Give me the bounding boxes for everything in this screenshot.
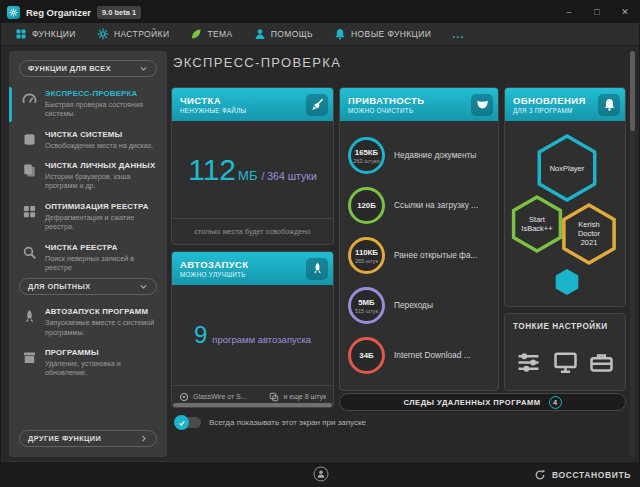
sidebar-item-text: АВТОЗАПУСК ПРОГРАММ Запускаемые вместе с… xyxy=(45,307,161,337)
fine-tuning-title: ТОНКИЕ НАСТРОЙКИ xyxy=(513,322,617,331)
titlebar: Reg Organizer 9.0 beta 1 – □ ✕ xyxy=(1,1,639,23)
vertical-scrollbar-thumb[interactable] xyxy=(630,51,635,131)
minimize-button[interactable]: – xyxy=(555,1,583,23)
monitor-gear-icon[interactable] xyxy=(553,350,578,375)
vertical-scrollbar[interactable] xyxy=(630,51,635,457)
maximize-button[interactable]: □ xyxy=(583,1,611,23)
documents-icon xyxy=(22,163,37,178)
restore-button[interactable]: ВОССТАНОВИТЬ xyxy=(534,462,631,487)
cleanup-size-value: 112 xyxy=(188,153,236,187)
privacy-row-internet-download[interactable]: 34Б Internet Download ... xyxy=(348,337,490,374)
sidebar-item-subtitle: Запускаемые вместе с системой программы. xyxy=(45,318,161,337)
hexagon-label: NoxPlayer xyxy=(550,164,585,173)
privacy-ring: 110КБ 265 штук xyxy=(348,237,385,274)
fine-tuning-icons xyxy=(513,341,617,384)
version-badge: 9.0 beta 1 xyxy=(97,6,141,19)
privacy-rows: 165КБ 263 штуки Недавние документы 120Б … xyxy=(340,121,498,390)
sidebar-item-express-check[interactable]: ЭКСПРЕСС-ПРОВЕРКА Быстрая проверка состо… xyxy=(9,84,167,125)
privacy-row-recently-opened-files[interactable]: 110КБ 265 штук Ранее открытые фа... xyxy=(348,237,490,274)
person-icon xyxy=(254,28,266,40)
privacy-label: Ранее открытые фа... xyxy=(394,250,477,260)
sidebar-item-private-data-cleanup[interactable]: ЧИСТКА ЛИЧНЫХ ДАННЫХ Истории браузеров, … xyxy=(9,156,167,197)
sidebar-item-subtitle: Истории браузеров, кэша программ и др. xyxy=(45,172,161,191)
ellipsis-icon: ... xyxy=(452,31,464,37)
close-button[interactable]: ✕ xyxy=(611,1,639,23)
gear-icon xyxy=(97,28,109,40)
menu-new-functions[interactable]: НОВЫЕ ФУНКЦИИ xyxy=(334,28,431,40)
autostart-label: программ автозапуска xyxy=(212,334,311,345)
sidebar-item-autostart-programs[interactable]: АВТОЗАПУСК ПРОГРАММ Запускаемые вместе с… xyxy=(9,302,167,343)
privacy-row-download-links[interactable]: 120Б Ссылки на загрузку ... xyxy=(348,187,490,224)
check-icon xyxy=(178,419,186,427)
grid-icon xyxy=(15,28,27,40)
sidebar-item-programs[interactable]: ПРОГРАММЫ Удаление, установка и обновлен… xyxy=(9,343,167,384)
sidebar-item-system-cleanup[interactable]: ЧИСТКА СИСТЕМЫ Освобождение места на дис… xyxy=(9,125,167,156)
card-subtitle: МОЖНО ОЧИСТИТЬ xyxy=(348,107,467,114)
privacy-ring: 34Б xyxy=(348,337,385,374)
sidebar-item-text: ЭКСПРЕСС-ПРОВЕРКА Быстрая проверка состо… xyxy=(45,89,161,119)
autostart-count: 9 xyxy=(194,321,207,349)
updates-card[interactable]: ОБНОВЛЕНИЯ ДЛЯ 3 ПРОГРАММ NoxPlayer Star… xyxy=(504,87,626,307)
cleanup-item-count: / 364 штуки xyxy=(261,170,316,182)
privacy-count: 263 штуки xyxy=(353,158,379,164)
startup-toggle[interactable] xyxy=(175,417,201,428)
sidebar-item-title: ЧИСТКА РЕЕСТРА xyxy=(45,243,161,252)
section-label: ДЛЯ ОПЫТНЫХ xyxy=(28,282,91,291)
menu-more[interactable]: ... xyxy=(452,31,464,37)
privacy-row-jumps[interactable]: 5МБ 515 штук Переходы xyxy=(348,287,490,324)
traces-of-removed-programs-bar[interactable]: СЛЕДЫ УДАЛЕННЫХ ПРОГРАММ 4 xyxy=(339,393,626,411)
toggle-knob xyxy=(174,415,189,430)
blocks-icon xyxy=(22,204,37,219)
bell-icon xyxy=(334,28,346,40)
autostart-card[interactable]: АВТОЗАПУСК МОЖНО УЛУЧШИТЬ 9 программ авт… xyxy=(171,251,334,408)
autostart-app-chip[interactable]: GlassWire от S... xyxy=(179,392,247,402)
menu-label: ПОМОЩЬ xyxy=(271,29,313,39)
horizontal-scrollbar[interactable] xyxy=(173,403,332,407)
assistant-icon[interactable] xyxy=(314,467,329,482)
card-header-text: ПРИВАТНОСТЬ МОЖНО ОЧИСТИТЬ xyxy=(348,95,467,114)
sidebar-item-subtitle: Поиск неверных записей в реестре xyxy=(45,254,161,273)
section-for-advanced[interactable]: ДЛЯ ОПЫТНЫХ xyxy=(19,278,157,295)
card-title: АВТОЗАПУСК xyxy=(180,259,302,270)
toolbox-icon[interactable] xyxy=(589,350,614,375)
privacy-size: 110КБ xyxy=(355,248,378,257)
fine-tuning-card[interactable]: ТОНКИЕ НАСТРОЙКИ xyxy=(504,313,626,391)
autostart-app-name: GlassWire от S... xyxy=(193,393,247,400)
updates-card-body: NoxPlayer Start IsBack++ Kerish Doctor 2… xyxy=(505,121,625,306)
mask-icon xyxy=(471,94,493,116)
privacy-size: 165КБ xyxy=(355,148,378,157)
sliders-icon[interactable] xyxy=(516,350,541,375)
startup-toggle-label: Всегда показывать этот экран при запуске xyxy=(209,418,366,427)
autostart-more-chip[interactable]: и еще 8 штук xyxy=(269,392,326,402)
privacy-row-recent-documents[interactable]: 165КБ 263 штуки Недавние документы xyxy=(348,137,490,174)
section-other-functions[interactable]: ДРУГИЕ ФУНКЦИИ xyxy=(19,430,157,447)
sidebar-item-title: ОПТИМИЗАЦИЯ РЕЕСТРА xyxy=(45,202,161,211)
traces-count-badge: 4 xyxy=(549,396,562,409)
menu-label: НАСТРОЙКИ xyxy=(114,29,170,39)
sidebar-item-registry-optimization[interactable]: ОПТИМИЗАЦИЯ РЕЕСТРА Дефрагментация и сжа… xyxy=(9,197,167,238)
privacy-count: 265 штук xyxy=(355,258,378,264)
cleanup-size-unit: МБ xyxy=(238,168,257,183)
card-header-text: ОБНОВЛЕНИЯ ДЛЯ 3 ПРОГРАММ xyxy=(513,95,594,114)
section-functions-for-all[interactable]: ФУНКЦИИ ДЛЯ ВСЕХ xyxy=(19,60,157,77)
privacy-label: Ссылки на загрузку ... xyxy=(394,200,478,210)
menu-help[interactable]: ПОМОЩЬ xyxy=(254,28,313,40)
hexagon-label: 2021 xyxy=(581,238,598,247)
privacy-ring: 120Б xyxy=(348,187,385,224)
menu-settings[interactable]: НАСТРОЙКИ xyxy=(97,28,170,40)
card-header-text: АВТОЗАПУСК МОЖНО УЛУЧШИТЬ xyxy=(180,259,302,278)
card-title: ЧИСТКА xyxy=(180,95,302,106)
sidebar-item-text: ЧИСТКА РЕЕСТРА Поиск неверных записей в … xyxy=(45,243,161,273)
rocket-icon xyxy=(22,309,37,324)
gauge-icon xyxy=(22,91,37,106)
hexagon-label: Kerish xyxy=(578,220,599,229)
cleanup-card[interactable]: ЧИСТКА НЕНУЖНЫЕ ФАЙЛЫ 112 МБ / 364 штуки… xyxy=(171,87,334,245)
sidebar-item-registry-cleanup[interactable]: ЧИСТКА РЕЕСТРА Поиск неверных записей в … xyxy=(9,238,167,279)
menu-theme[interactable]: ТЕМА xyxy=(190,28,232,40)
privacy-card[interactable]: ПРИВАТНОСТЬ МОЖНО ОЧИСТИТЬ 165КБ 263 шту… xyxy=(339,87,499,391)
menu-functions[interactable]: ФУНКЦИИ xyxy=(15,28,76,40)
cleanup-card-body: 112 МБ / 364 штуки столько места будет о… xyxy=(172,121,333,244)
more-apps-icon xyxy=(269,392,279,402)
privacy-ring: 5МБ 515 штук xyxy=(348,287,385,324)
magnifier-icon xyxy=(22,245,37,260)
